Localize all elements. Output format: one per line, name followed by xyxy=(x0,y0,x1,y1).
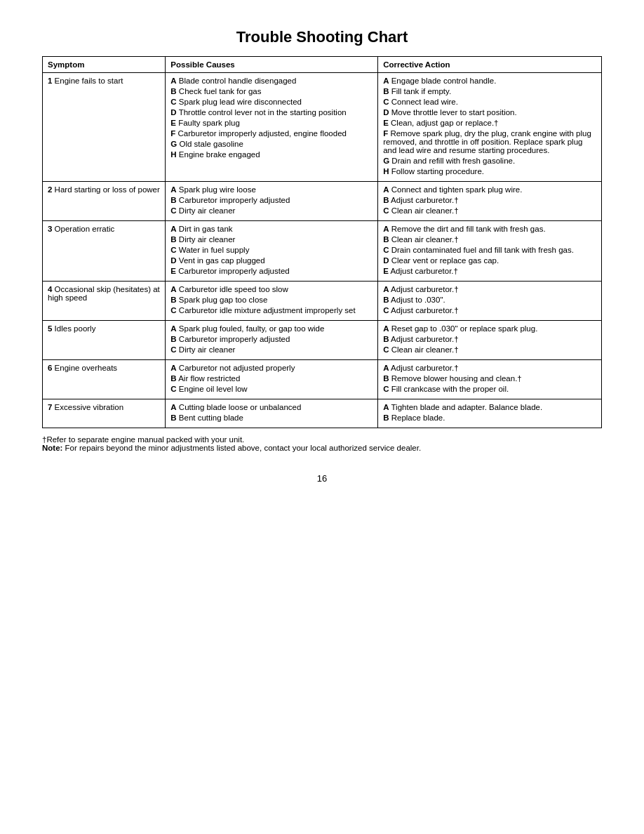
symptom-cell-6: 6 Engine overheats xyxy=(43,360,166,399)
cause-entry: C Engine oil level low xyxy=(170,385,373,393)
cause-text: Blade control handle disengaged xyxy=(179,77,297,85)
action-letter: D xyxy=(383,108,389,117)
action-text: Adjust carburetor.† xyxy=(391,196,459,204)
action-letter: E xyxy=(383,119,389,127)
table-row: 2 Hard starting or loss of powerA Spark … xyxy=(43,182,602,221)
cause-text: Spark plug gap too close xyxy=(179,296,268,304)
cause-text: Spark plug wire loose xyxy=(179,185,256,194)
cause-letter: C xyxy=(170,345,176,354)
action-text: Fill tank if empty. xyxy=(391,87,451,95)
action-text: Adjust carburetor.† xyxy=(390,267,458,275)
cause-text: Vent in gas cap plugged xyxy=(179,256,265,265)
action-letter: A xyxy=(383,364,389,372)
action-letter: A xyxy=(383,77,389,85)
cause-text: Spark plug fouled, faulty, or gap too wi… xyxy=(179,324,325,333)
symptom-cell-5: 5 Idles poorly xyxy=(43,321,166,360)
cause-text: Throttle control lever not in the starti… xyxy=(179,108,347,117)
action-cell-5: A Reset gap to .030" or replace spark pl… xyxy=(378,321,602,360)
symptom-text: Operation erratic xyxy=(55,225,115,233)
symptom-text: Engine fails to start xyxy=(55,77,123,85)
action-letter: C xyxy=(383,306,389,315)
symptom-text: Excessive vibration xyxy=(55,403,123,411)
action-letter: C xyxy=(383,385,389,393)
cause-text: Cutting blade loose or unbalanced xyxy=(179,403,302,411)
causes-cell-6: A Carburetor not adjusted properlyB Air … xyxy=(166,360,378,399)
cause-letter: A xyxy=(170,285,176,293)
action-cell-3: A Remove the dirt and fill tank with fre… xyxy=(378,221,602,282)
cause-entry: B Bent cutting blade xyxy=(170,413,373,422)
cause-text: Water in fuel supply xyxy=(179,246,250,254)
action-text: Clear vent or replace gas cap. xyxy=(391,256,499,265)
action-entry: A Connect and tighten spark plug wire. xyxy=(383,185,596,194)
symptom-number: 7 xyxy=(48,403,52,411)
cause-letter: H xyxy=(170,150,176,159)
table-row: 5 Idles poorlyA Spark plug fouled, fault… xyxy=(43,321,602,360)
cause-text: Dirty air cleaner xyxy=(179,206,236,215)
header-causes: Possible Causes xyxy=(166,57,378,73)
cause-entry: C Carburetor idle mixture adjustment imp… xyxy=(170,306,373,315)
action-text: Remove spark plug, dry the plug, crank e… xyxy=(383,129,591,154)
action-entry: B Adjust carburetor.† xyxy=(383,196,596,204)
action-entry: E Adjust carburetor.† xyxy=(383,267,596,275)
cause-text: Old stale gasoline xyxy=(179,140,243,148)
symptom-cell-1: 1 Engine fails to start xyxy=(43,73,166,182)
cause-entry: C Dirty air cleaner xyxy=(170,206,373,215)
page-title: Trouble Shooting Chart xyxy=(42,28,602,46)
action-entry: A Adjust carburetor.† xyxy=(383,364,596,372)
action-entry: C Adjust carburetor.† xyxy=(383,306,596,315)
action-text: Connect and tighten spark plug wire. xyxy=(391,185,523,194)
action-letter: B xyxy=(383,296,389,304)
action-text: Adjust carburetor.† xyxy=(391,306,459,315)
symptom-number: 2 xyxy=(48,185,52,194)
cause-entry: H Engine brake engaged xyxy=(170,150,373,159)
footnote-2-text: For repairs beyond the minor adjustments… xyxy=(65,444,422,452)
symptom-text: Idles poorly xyxy=(55,324,96,333)
footnote-2: Note: For repairs beyond the minor adjus… xyxy=(42,444,602,452)
cause-letter: C xyxy=(170,246,176,254)
cause-text: Dirty air cleaner xyxy=(179,235,236,244)
action-letter: G xyxy=(383,157,389,165)
cause-entry: A Dirt in gas tank xyxy=(170,225,373,233)
action-letter: A xyxy=(383,285,389,293)
action-text: Fill crankcase with the proper oil. xyxy=(391,385,509,393)
cause-letter: C xyxy=(170,306,176,315)
action-text: Reset gap to .030" or replace spark plug… xyxy=(391,324,538,333)
cause-entry: B Air flow restricted xyxy=(170,374,373,383)
cause-letter: B xyxy=(170,374,176,383)
symptom-cell-4: 4 Occasional skip (hesitates) at high sp… xyxy=(43,282,166,321)
cause-entry: A Spark plug fouled, faulty, or gap too … xyxy=(170,324,373,333)
action-letter: B xyxy=(383,374,389,383)
action-text: Engage blade control handle. xyxy=(391,77,497,85)
action-cell-1: A Engage blade control handle.B Fill tan… xyxy=(378,73,602,182)
causes-cell-4: A Carburetor idle speed too slowB Spark … xyxy=(166,282,378,321)
cause-text: Carburetor improperly adjusted xyxy=(179,196,290,204)
action-letter: H xyxy=(383,167,389,176)
cause-entry: A Carburetor idle speed too slow xyxy=(170,285,373,293)
cause-letter: B xyxy=(170,296,176,304)
cause-letter: A xyxy=(170,403,176,411)
action-text: Adjust carburetor.† xyxy=(391,285,459,293)
symptom-number: 6 xyxy=(48,364,52,372)
action-letter: C xyxy=(383,345,389,354)
action-text: Remove blower housing and clean.† xyxy=(391,374,522,383)
action-cell-2: A Connect and tighten spark plug wire.B … xyxy=(378,182,602,221)
action-entry: A Engage blade control handle. xyxy=(383,77,596,85)
cause-letter: A xyxy=(170,364,176,372)
cause-letter: B xyxy=(170,196,176,204)
cause-letter: G xyxy=(170,140,177,148)
action-letter: C xyxy=(383,246,389,254)
cause-entry: G Old stale gasoline xyxy=(170,140,373,148)
action-entry: A Remove the dirt and fill tank with fre… xyxy=(383,225,596,233)
action-letter: D xyxy=(383,256,389,265)
cause-letter: E xyxy=(170,119,176,127)
action-entry: F Remove spark plug, dry the plug, crank… xyxy=(383,129,596,154)
symptom-text: Occasional skip (hesitates) at high spee… xyxy=(48,285,160,302)
action-entry: E Clean, adjust gap or replace.† xyxy=(383,119,596,127)
action-text: Drain contaminated fuel and fill tank wi… xyxy=(391,246,574,254)
action-entry: B Adjust to .030". xyxy=(383,296,596,304)
cause-text: Carburetor improperly adjusted xyxy=(179,335,290,343)
symptom-cell-3: 3 Operation erratic xyxy=(43,221,166,282)
action-letter: B xyxy=(383,196,389,204)
causes-cell-2: A Spark plug wire looseB Carburetor impr… xyxy=(166,182,378,221)
action-letter: C xyxy=(383,98,389,106)
